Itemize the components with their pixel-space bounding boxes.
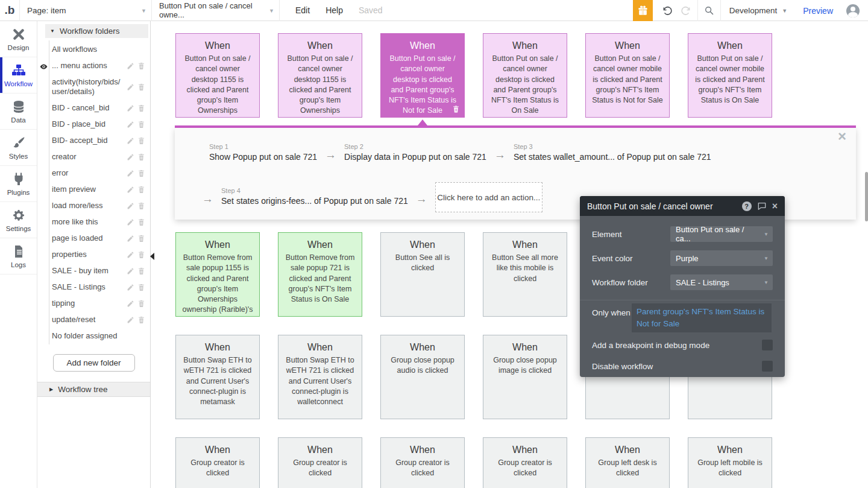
folder-item[interactable]: item preview <box>49 182 150 198</box>
event-card[interactable]: When Group creator is clicked <box>380 437 465 488</box>
edit-pencil-icon[interactable] <box>127 202 134 210</box>
workflow-tree-header[interactable]: ▶ Workflow tree <box>37 382 150 397</box>
event-card[interactable]: When Button Remove from sale popup 1155 … <box>175 232 260 317</box>
environment-dropdown[interactable]: Development <box>729 6 778 15</box>
folder-item-all-workflows[interactable]: All workflows <box>49 42 150 58</box>
edit-pencil-icon[interactable] <box>127 153 134 161</box>
gift-button[interactable] <box>633 0 653 21</box>
delete-trash-icon[interactable] <box>137 316 145 324</box>
event-color-dropdown[interactable]: Purple ▼ <box>670 250 773 266</box>
event-card[interactable]: When Group left desk is clicked <box>585 437 670 488</box>
edit-pencil-icon[interactable] <box>127 186 134 194</box>
folder-item[interactable]: properties <box>49 247 150 263</box>
folder-item[interactable]: BID - cancel_bid <box>49 100 150 116</box>
folder-item[interactable]: load more/less <box>49 198 150 214</box>
folder-item[interactable]: SALE - buy item <box>49 263 150 279</box>
delete-trash-icon[interactable] <box>137 170 145 177</box>
nav-item-data[interactable]: Data <box>0 93 37 130</box>
event-card-selected[interactable]: When Button Put on sale / cancel owner d… <box>380 33 465 118</box>
event-card[interactable]: When Group close popup image is clicked <box>483 335 567 419</box>
event-card[interactable]: When Button Put on sale / cancel owner m… <box>585 33 670 118</box>
disable-workflow-checkbox[interactable] <box>762 361 773 372</box>
nav-item-workflow[interactable]: Workflow <box>0 57 37 93</box>
undo-icon[interactable] <box>662 5 673 16</box>
help-icon[interactable]: ? <box>742 201 752 211</box>
edit-menu[interactable]: Edit <box>295 5 310 15</box>
edit-pencil-icon[interactable] <box>127 300 134 308</box>
event-card[interactable]: When Button Put on sale / cancel owner m… <box>688 33 772 118</box>
search-icon[interactable] <box>704 5 714 16</box>
folder-item-no-folder[interactable]: No folder assigned <box>49 328 150 344</box>
delete-trash-icon[interactable] <box>137 62 145 70</box>
nav-item-plugins[interactable]: Plugins <box>0 166 37 202</box>
folder-item[interactable]: creator <box>49 149 150 165</box>
delete-trash-icon[interactable] <box>137 121 145 128</box>
folder-item[interactable]: update/reset <box>49 312 150 328</box>
event-card[interactable]: When Group left mobile is clicked <box>688 437 772 488</box>
edit-pencil-icon[interactable] <box>127 235 134 242</box>
add-new-folder-button[interactable]: Add new folder <box>53 354 135 372</box>
redo-icon[interactable] <box>681 5 691 16</box>
edit-pencil-icon[interactable] <box>127 62 134 70</box>
nav-item-settings[interactable]: Settings <box>0 202 37 238</box>
help-menu[interactable]: Help <box>326 5 343 15</box>
eye-icon[interactable] <box>39 62 48 74</box>
page-selector-dropdown[interactable]: Page: item ▼ <box>19 0 152 21</box>
delete-trash-icon[interactable] <box>137 202 145 210</box>
comment-icon[interactable] <box>757 201 767 211</box>
breakpoint-checkbox[interactable] <box>762 340 773 350</box>
event-card[interactable]: When Button Put on sale / cancel owner d… <box>175 33 260 118</box>
event-card[interactable]: When Button Swap ETH to wETH 721 is clic… <box>278 335 362 419</box>
delete-trash-icon[interactable] <box>137 186 145 194</box>
edit-pencil-icon[interactable] <box>127 284 134 291</box>
event-card[interactable]: When Button Swap ETH to wETH 721 is clic… <box>175 335 260 419</box>
edit-pencil-icon[interactable] <box>127 137 134 145</box>
delete-trash-icon[interactable] <box>137 153 145 161</box>
add-action-button[interactable]: Click here to add an action... <box>435 182 542 212</box>
edit-pencil-icon[interactable] <box>127 251 134 259</box>
workflow-folder-dropdown[interactable]: SALE - Listings ▼ <box>670 274 773 290</box>
delete-trash-icon[interactable] <box>137 235 145 242</box>
event-card[interactable]: When Group creator is clicked <box>278 437 362 488</box>
workflow-step[interactable]: Step 2 Display data in Popup put on sale… <box>344 143 486 162</box>
edit-pencil-icon[interactable] <box>127 104 134 112</box>
event-card[interactable]: When Button Put on sale / cancel owner d… <box>483 33 567 118</box>
close-icon[interactable]: × <box>772 201 778 211</box>
event-card[interactable]: When Button See all is clicked <box>380 232 465 317</box>
folder-item[interactable]: ... menu actions <box>49 58 150 74</box>
edit-pencil-icon[interactable] <box>127 121 134 128</box>
edit-pencil-icon[interactable] <box>127 83 134 91</box>
delete-trash-icon[interactable] <box>137 300 145 308</box>
folder-item[interactable]: activity(history/bids/user/details) <box>49 74 150 100</box>
folder-item[interactable]: BID- accept_bid <box>49 133 150 149</box>
preview-button[interactable]: Preview <box>803 6 833 16</box>
folder-item[interactable]: SALE - Listings <box>49 279 150 296</box>
event-card[interactable]: When Group close popup audio is clicked <box>380 335 465 419</box>
only-when-condition-input[interactable]: Parent group's NFT's Item Status is Not … <box>632 303 772 332</box>
edit-pencil-icon[interactable] <box>127 218 134 226</box>
event-card[interactable]: When Button See all more like this mobil… <box>483 232 567 317</box>
folder-item[interactable]: more like this <box>49 214 150 230</box>
nav-item-design[interactable]: Design <box>0 21 37 57</box>
inspector-header[interactable]: Button Put on sale / cancel owner ? × <box>580 196 785 216</box>
delete-trash-icon[interactable] <box>137 251 145 259</box>
workflow-selector-dropdown[interactable]: Button Put on sale / cancel owne... ▼ <box>152 0 280 21</box>
workflow-step[interactable]: Step 3 Set states wallet_amount... of Po… <box>514 143 711 162</box>
panel-collapse-arrow[interactable] <box>150 253 154 260</box>
avatar[interactable] <box>846 4 860 17</box>
folder-item[interactable]: tipping <box>49 296 150 312</box>
element-dropdown[interactable]: Button Put on sale / ca... ▼ <box>670 226 773 242</box>
delete-event-icon[interactable] <box>452 105 460 113</box>
edit-pencil-icon[interactable] <box>127 267 134 275</box>
delete-trash-icon[interactable] <box>137 284 145 291</box>
nav-item-logs[interactable]: Logs <box>0 238 37 274</box>
event-card[interactable]: When Group creator is clicked <box>175 437 260 488</box>
delete-trash-icon[interactable] <box>137 104 145 112</box>
event-card[interactable]: When Group creator is clicked <box>483 437 567 488</box>
workflow-step[interactable]: Step 4 Set states origins-fees... of Pop… <box>221 187 408 206</box>
edit-pencil-icon[interactable] <box>127 316 134 324</box>
edit-pencil-icon[interactable] <box>127 170 134 177</box>
delete-trash-icon[interactable] <box>137 137 145 145</box>
workflow-step[interactable]: Step 1 Show Popup put on sale 721 <box>209 143 317 162</box>
vertical-scrollbar[interactable] <box>865 172 868 221</box>
